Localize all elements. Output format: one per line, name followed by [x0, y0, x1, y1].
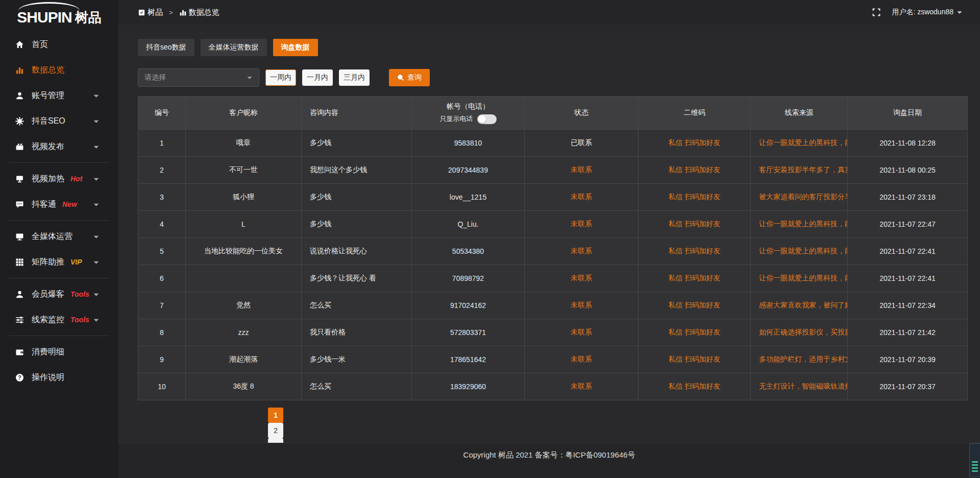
- qrcode-link[interactable]: 私信 扫码加好友: [639, 184, 751, 211]
- sidebar-divider: [9, 336, 109, 336]
- chart-icon: [15, 66, 24, 75]
- cell-date: 2021-11-08 12:28: [848, 130, 968, 157]
- sidebar-item-矩阵助推[interactable]: 矩阵助推VIP: [0, 249, 118, 275]
- corner-widget[interactable]: [969, 443, 980, 477]
- page-button-1[interactable]: 1: [268, 408, 283, 423]
- sidebar-item-账号管理[interactable]: 账号管理: [0, 83, 118, 108]
- query-button[interactable]: 查询: [389, 69, 430, 86]
- tab-douyin-seo[interactable]: 抖音seo数据: [138, 39, 194, 56]
- status-badge: 未联系: [525, 211, 639, 238]
- qrcode-link[interactable]: 私信 扫码加好友: [639, 211, 751, 238]
- col-account: 帐号（电话） 只显示电话: [412, 97, 525, 130]
- source-link[interactable]: 无主灯设计，智能磁吸轨道灯...: [751, 373, 848, 400]
- status-badge: 未联系: [525, 265, 639, 292]
- source-link[interactable]: 如何正确选择投影仪，买投影...: [751, 319, 848, 346]
- qrcode-link[interactable]: 私信 扫码加好友: [639, 157, 751, 184]
- sidebar-item-操作说明[interactable]: ?操作说明: [0, 365, 118, 390]
- page-button-2[interactable]: 2: [268, 423, 283, 438]
- sidebar-item-抖客通[interactable]: 抖客通New: [0, 192, 118, 217]
- footer: Copyright 树品 2021 备案号：粤ICP备09019646号: [118, 443, 980, 478]
- sidebar-item-label: 消费明细: [32, 347, 64, 357]
- qrcode-link[interactable]: 私信 扫码加好友: [639, 292, 751, 319]
- sidebar-badge: Tools: [70, 290, 89, 298]
- cell-nickname: 狐小狸: [186, 184, 302, 211]
- qrcode-link[interactable]: 私信 扫码加好友: [639, 346, 751, 373]
- sidebar-item-抖音SEO[interactable]: 抖音SEO: [0, 108, 118, 134]
- sidebar-item-label: 线索监控: [32, 315, 64, 325]
- logo-text-cn: 树品: [75, 9, 102, 27]
- logo: SHUPIN 树品: [0, 0, 118, 32]
- cell-nickname: 觉然: [186, 292, 302, 319]
- sidebar-item-全媒体运营[interactable]: 全媒体运营: [0, 224, 118, 249]
- cell-id: 10: [138, 373, 186, 400]
- cell-account: 572803371: [412, 319, 525, 346]
- source-link[interactable]: 多功能护栏灯，适用于乡村文...: [751, 346, 848, 373]
- col-nickname: 客户昵称: [186, 97, 302, 130]
- status-badge: 未联系: [525, 292, 639, 319]
- sidebar-item-label: 视频加热: [32, 174, 64, 184]
- sidebar-item-首页[interactable]: 首页: [0, 32, 118, 57]
- cell-id: 6: [138, 265, 186, 292]
- cell-content: 多少钱一米: [302, 346, 412, 373]
- chevron-down-icon: [93, 144, 100, 150]
- cell-id: 9: [138, 346, 186, 373]
- cell-content: 多少钱？让我死心 看: [302, 265, 412, 292]
- cell-nickname: zzz: [186, 319, 302, 346]
- source-link[interactable]: 让你一眼就爱上的黑科技，能...: [751, 211, 848, 238]
- cell-content: 怎么买: [302, 373, 412, 400]
- chevron-down-icon: [93, 118, 100, 125]
- qrcode-link[interactable]: 私信 扫码加好友: [639, 373, 751, 400]
- period-quarter-button[interactable]: 三月内: [339, 69, 370, 86]
- gear-icon: [15, 117, 24, 126]
- tab-inquiry[interactable]: 询盘数据: [273, 39, 318, 56]
- tab-bar: 抖音seo数据 全媒体运营数据 询盘数据: [138, 39, 980, 56]
- qrcode-link[interactable]: 私信 扫码加好友: [639, 265, 751, 292]
- user-menu[interactable]: 用户名: zswodun88: [892, 8, 963, 17]
- chevron-down-icon: [247, 75, 253, 81]
- main-content: 抖音seo数据 全媒体运营数据 询盘数据 请选择 一周内 一月内 三月内 查询: [118, 25, 980, 443]
- col-source: 线索来源: [751, 97, 848, 130]
- breadcrumb-item-home[interactable]: 树品: [148, 8, 163, 17]
- app-root: SHUPIN 树品 首页数据总览账号管理抖音SEO视频发布视频加热Hot抖客通N…: [0, 0, 980, 478]
- logo-text-en: SHUPIN: [17, 9, 71, 26]
- qrcode-link[interactable]: 私信 扫码加好友: [639, 238, 751, 265]
- cell-date: 2021-11-08 00:25: [848, 157, 968, 184]
- source-link[interactable]: 客厅安装投影半年多了，真实...: [751, 157, 848, 184]
- source-link[interactable]: 感谢大家喜欢我家，被问了好...: [751, 292, 848, 319]
- sidebar-item-数据总览[interactable]: 数据总览: [0, 57, 118, 83]
- sidebar-item-会员爆客[interactable]: 会员爆客Tools: [0, 281, 118, 307]
- filter-select[interactable]: 请选择: [138, 68, 259, 87]
- tab-media-ops[interactable]: 全媒体运营数据: [201, 39, 267, 56]
- source-link[interactable]: 让你一眼就爱上的黑科技，能...: [751, 130, 848, 157]
- status-badge: 已联系: [525, 130, 639, 157]
- source-link[interactable]: 让你一眼就爱上的黑科技，能...: [751, 238, 848, 265]
- user-icon: [15, 91, 24, 100]
- sidebar-divider: [9, 162, 109, 163]
- sidebar-item-线索监控[interactable]: 线索监控Tools: [0, 307, 118, 332]
- col-content: 咨询内容: [302, 97, 412, 130]
- chevron-down-icon: [957, 9, 963, 15]
- sidebar-item-label: 首页: [32, 39, 48, 50]
- source-link[interactable]: 让你一眼就爱上的黑科技，能...: [751, 265, 848, 292]
- sidebar-item-消费明细[interactable]: 消费明细: [0, 339, 118, 365]
- col-id: 编号: [138, 97, 186, 130]
- period-week-button[interactable]: 一周内: [265, 69, 296, 86]
- chevron-down-icon: [93, 291, 100, 298]
- sidebar-item-视频加热[interactable]: 视频加热Hot: [0, 166, 118, 192]
- breadcrumb: 树品 > 数据总览: [138, 8, 219, 17]
- sidebar-item-label: 账号管理: [32, 90, 64, 101]
- qrcode-link[interactable]: 私信 扫码加好友: [639, 319, 751, 346]
- sidebar-item-视频发布[interactable]: 视频发布: [0, 134, 118, 159]
- fullscreen-icon[interactable]: [872, 8, 880, 16]
- cell-id: 2: [138, 157, 186, 184]
- table-row: 3狐小狸多少钱love__1215未联系私信 扫码加好友被大家追着问的客厅投影分…: [138, 184, 968, 211]
- chart-icon: [179, 9, 187, 16]
- breadcrumb-item-current: 数据总览: [189, 8, 219, 17]
- cell-id: 5: [138, 238, 186, 265]
- cell-date: 2021-11-07 22:34: [848, 292, 968, 319]
- period-month-button[interactable]: 一月内: [302, 69, 333, 86]
- phone-only-toggle[interactable]: [477, 114, 497, 124]
- chevron-down-icon: [93, 176, 100, 182]
- qrcode-link[interactable]: 私信 扫码加好友: [639, 130, 751, 157]
- source-link[interactable]: 被大家追着问的客厅投影分享...: [751, 184, 848, 211]
